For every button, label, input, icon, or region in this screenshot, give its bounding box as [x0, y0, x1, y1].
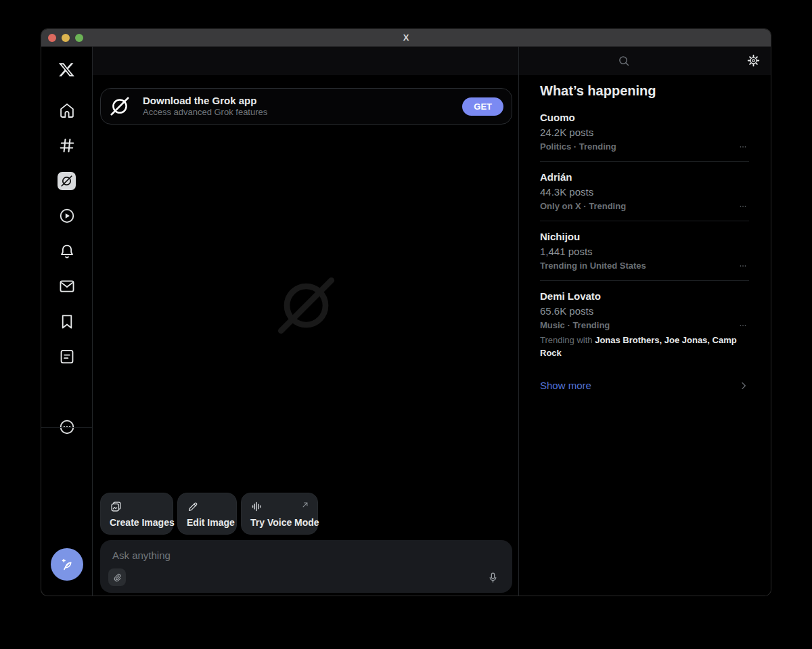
ask-anything-composer	[100, 540, 512, 593]
images-icon	[110, 500, 122, 513]
grok-logo-icon	[109, 95, 131, 117]
ellipsis-icon[interactable]	[737, 143, 749, 151]
chevron-right-icon	[738, 380, 749, 391]
right-sidebar: What’s happening Cuomo 24.2K posts Polit…	[519, 47, 771, 596]
window-titlebar: X	[41, 29, 771, 47]
ellipsis-icon[interactable]	[737, 202, 749, 210]
messages-icon[interactable]	[49, 269, 85, 304]
videos-icon[interactable]	[49, 198, 85, 233]
home-icon[interactable]	[49, 93, 85, 128]
grok-app-banner: Download the Grok app Access advanced Gr…	[100, 88, 512, 125]
trend-meta: Politics · Trending	[540, 140, 616, 153]
edit-image-button[interactable]: Edit Image	[177, 493, 237, 535]
grok-active-indicator	[58, 172, 76, 190]
ellipsis-icon[interactable]	[737, 262, 749, 270]
trend-name: Nichijou	[540, 229, 749, 244]
explore-icon[interactable]	[49, 128, 85, 163]
chip-label: Edit Image	[187, 517, 227, 528]
paperclip-icon	[112, 573, 122, 583]
chip-label: Create Images	[110, 517, 164, 528]
ellipsis-icon[interactable]	[737, 321, 749, 330]
arrow-up-right-icon	[300, 500, 310, 510]
trend-meta: Music · Trending	[540, 319, 610, 332]
trend-name: Demi Lovato	[540, 289, 749, 303]
create-images-button[interactable]: Create Images	[100, 493, 173, 535]
trending-with: Trending with Jonas Brothers, Joe Jonas,…	[540, 334, 749, 359]
compose-button[interactable]	[51, 548, 83, 581]
waveform-icon	[250, 500, 263, 513]
window-title: X	[41, 32, 771, 43]
grok-watermark-icon	[274, 273, 338, 338]
banner-title: Download the Grok app	[143, 95, 462, 107]
trend-meta: Only on X · Trending	[540, 200, 626, 212]
show-more-link[interactable]: Show more	[540, 380, 749, 391]
right-header	[519, 47, 771, 75]
window-controls	[41, 34, 83, 42]
trend-posts: 44.3K posts	[540, 184, 749, 200]
try-voice-mode-button[interactable]: Try Voice Mode	[241, 493, 318, 535]
chip-label: Try Voice Mode	[250, 517, 309, 528]
left-sidebar	[41, 47, 93, 596]
grok-icon[interactable]	[49, 163, 85, 198]
trend-meta: Trending in United States	[540, 259, 646, 272]
grok-main-column: Download the Grok app Access advanced Gr…	[93, 47, 519, 596]
trend-name: Cuomo	[540, 110, 749, 125]
show-more-label: Show more	[540, 380, 591, 391]
trend-item[interactable]: Cuomo 24.2K posts Politics · Trending	[540, 102, 749, 162]
search-icon[interactable]	[617, 54, 631, 68]
trend-item[interactable]: Demi Lovato 65.6K posts Music · Trending…	[540, 281, 749, 367]
panel-title: What’s happening	[540, 82, 749, 99]
voice-input-button[interactable]	[484, 568, 501, 586]
minimize-button[interactable]	[62, 34, 70, 42]
trend-posts: 24.2K posts	[540, 125, 749, 140]
whats-happening-panel: What’s happening Cuomo 24.2K posts Polit…	[519, 75, 771, 391]
notifications-icon[interactable]	[49, 233, 85, 269]
trend-name: Adrián	[540, 170, 749, 184]
attach-file-button[interactable]	[108, 568, 126, 586]
banner-subtitle: Access advanced Grok features	[143, 107, 462, 118]
x-logo-icon[interactable]	[49, 52, 85, 87]
close-button[interactable]	[48, 34, 56, 42]
trend-posts: 65.6K posts	[540, 303, 749, 319]
gear-icon[interactable]	[746, 53, 761, 68]
sidebar-divider	[41, 427, 92, 428]
trend-posts: 1,441 posts	[540, 244, 749, 259]
microphone-icon	[487, 571, 499, 584]
quick-action-chips: Create Images Edit Image Try Voice Mode	[100, 493, 318, 535]
zoom-button[interactable]	[75, 34, 83, 42]
app-window: X	[41, 28, 771, 596]
trending-with-label: Trending with	[540, 335, 595, 345]
trend-item[interactable]: Nichijou 1,441 posts Trending in United …	[540, 221, 749, 281]
bookmarks-icon[interactable]	[49, 304, 85, 339]
pen-icon	[187, 500, 200, 513]
banner-text: Download the Grok app Access advanced Gr…	[143, 95, 462, 118]
trend-item[interactable]: Adrián 44.3K posts Only on X · Trending	[540, 162, 749, 221]
ask-anything-input[interactable]	[100, 540, 512, 570]
lists-icon[interactable]	[49, 339, 85, 374]
get-app-button[interactable]: GET	[462, 97, 503, 116]
main-header	[93, 47, 518, 75]
quill-plus-icon	[59, 556, 75, 573]
